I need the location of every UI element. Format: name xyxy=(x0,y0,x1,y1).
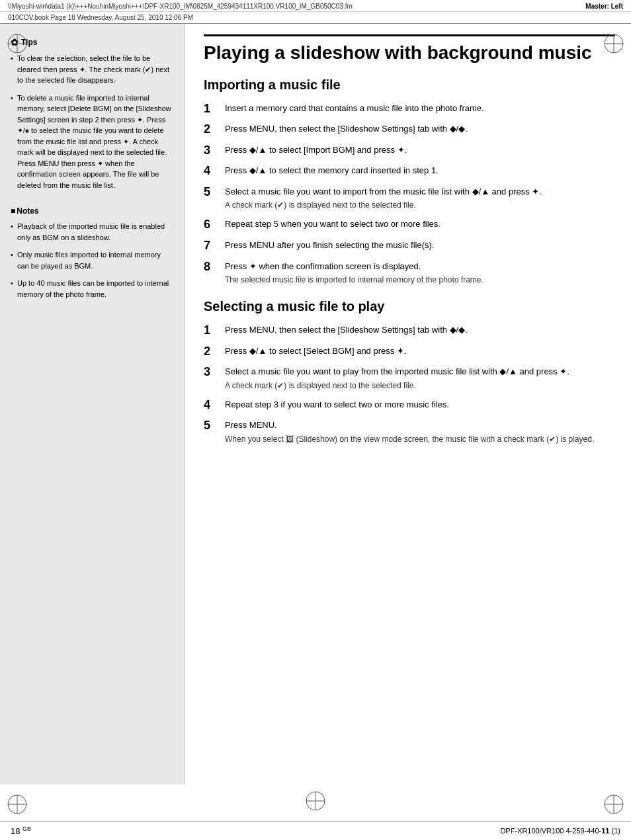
step-1-6: 6 Repeat step 5 when you want to select … xyxy=(204,218,615,232)
step-content: Press ◆/▲ to select [Import BGM] and pre… xyxy=(225,144,615,158)
notes-title: ■ Notes xyxy=(11,206,174,216)
step-content: Press MENU. When you select 🖼 (Slideshow… xyxy=(225,419,615,445)
step-text: Insert a memory card that contains a mus… xyxy=(225,103,484,113)
step-content: Select a music file you want to play fro… xyxy=(225,365,615,392)
corner-mark-tr xyxy=(602,32,626,56)
step-2-1: 1 Press MENU, then select the [Slideshow… xyxy=(204,323,615,338)
step-num: 3 xyxy=(204,144,218,158)
step-sub: When you select 🖼 (Slideshow) on the vie… xyxy=(225,433,615,445)
section1-steps: 1 Insert a memory card that contains a m… xyxy=(204,102,615,286)
note-item-1: Playback of the imported music file is e… xyxy=(11,221,174,243)
step-1-2: 2 Press MENU, then select the [Slideshow… xyxy=(204,122,615,137)
step-content: Press ◆/▲ to select [Select BGM] and pre… xyxy=(225,345,615,359)
step-num: 8 xyxy=(204,260,218,286)
step-num: 7 xyxy=(204,239,218,253)
step-text: Press MENU, then select the [Slideshow S… xyxy=(225,124,468,134)
section2-steps: 1 Press MENU, then select the [Slideshow… xyxy=(204,323,615,445)
step-num: 4 xyxy=(204,398,218,413)
step-num: 1 xyxy=(204,102,218,116)
step-1-8: 8 Press ✦ when the confirmation screen i… xyxy=(204,260,615,286)
corner-mark-br xyxy=(602,792,626,816)
step-sub: A check mark (✔) is displayed next to th… xyxy=(225,199,615,211)
page-title: Playing a slideshow with background musi… xyxy=(204,34,615,64)
footer-product: DPF-XR100/VR100 4-259-440-11 (1) xyxy=(500,827,620,835)
step-num: 5 xyxy=(204,419,218,445)
tips-title: ✿ Tips xyxy=(11,37,174,48)
step-text: Select a music file you want to import f… xyxy=(225,187,542,196)
book-info: 010COV.book Page 18 Wednesday, August 25… xyxy=(0,12,631,24)
step-text: Press MENU. xyxy=(225,420,277,430)
main-content: ✿ Tips To clear the selection, select th… xyxy=(0,24,631,784)
step-content: Repeat step 3 if you want to select two … xyxy=(225,398,615,413)
step-text: Repeat step 3 if you want to select two … xyxy=(225,399,449,409)
step-num: 5 xyxy=(204,185,218,212)
step-num: 6 xyxy=(204,218,218,232)
step-2-4: 4 Repeat step 3 if you want to select tw… xyxy=(204,398,615,413)
step-content: Insert a memory card that contains a mus… xyxy=(225,102,615,116)
step-1-4: 4 Press ◆/▲ to select the memory card in… xyxy=(204,164,615,179)
step-text: Press MENU, then select the [Slideshow S… xyxy=(225,325,468,335)
page-footer: 18 GB DPF-XR100/VR100 4-259-440-11 (1) xyxy=(0,821,631,840)
step-1-1: 1 Insert a memory card that contains a m… xyxy=(204,102,615,116)
step-text: Press ◆/▲ to select the memory card inse… xyxy=(225,165,439,175)
page-header: \\Miyoshi-win\data1 (k)\+++NouhinMiyoshi… xyxy=(0,0,631,12)
footer-page-num: 18 GB xyxy=(11,825,31,836)
step-sub: The selected music file is imported to i… xyxy=(225,274,615,286)
step-1-7: 7 Press MENU after you finish selecting … xyxy=(204,239,615,253)
tips-section: ✿ Tips To clear the selection, select th… xyxy=(11,37,174,190)
note-item-3: Up to 40 music files can be imported to … xyxy=(11,278,174,300)
step-content: Repeat step 5 when you want to select tw… xyxy=(225,218,615,232)
step-content: Press ✦ when the confirmation screen is … xyxy=(225,260,615,286)
header-path: \\Miyoshi-win\data1 (k)\+++NouhinMiyoshi… xyxy=(8,3,353,10)
step-num: 2 xyxy=(204,345,218,359)
tips-list: To clear the selection, select the file … xyxy=(11,53,174,190)
corner-mark-bl xyxy=(5,792,29,816)
step-content: Press MENU, then select the [Slideshow S… xyxy=(225,122,615,137)
step-text: Repeat step 5 when you want to select tw… xyxy=(225,219,441,229)
step-num: 2 xyxy=(204,122,218,137)
step-text: Press ✦ when the confirmation screen is … xyxy=(225,261,421,271)
step-2-2: 2 Press ◆/▲ to select [Select BGM] and p… xyxy=(204,345,615,359)
step-num: 3 xyxy=(204,365,218,392)
main-body: Playing a slideshow with background musi… xyxy=(185,24,631,784)
step-sub: A check mark (✔) is displayed next to th… xyxy=(225,380,615,392)
notes-label: Notes xyxy=(17,206,38,216)
step-text: Select a music file you want to play fro… xyxy=(225,366,569,376)
step-text: Press ◆/▲ to select [Select BGM] and pre… xyxy=(225,346,406,356)
tip-item-1: To clear the selection, select the file … xyxy=(11,53,174,86)
step-content: Press ◆/▲ to select the memory card inse… xyxy=(225,164,615,179)
step-content: Select a music file you want to import f… xyxy=(225,185,615,212)
step-content: Press MENU after you finish selecting th… xyxy=(225,239,615,253)
step-2-3: 3 Select a music file you want to play f… xyxy=(204,365,615,392)
section1-title: Importing a music file xyxy=(204,77,615,93)
notes-section: ■ Notes Playback of the imported music f… xyxy=(11,206,174,300)
step-1-5: 5 Select a music file you want to import… xyxy=(204,185,615,212)
step-text: Press MENU after you finish selecting th… xyxy=(225,240,434,250)
header-master: Master: Left xyxy=(585,3,623,10)
sidebar: ✿ Tips To clear the selection, select th… xyxy=(0,24,185,784)
tip-item-2: To delete a music file imported to inter… xyxy=(11,93,174,191)
notes-list: Playback of the imported music file is e… xyxy=(11,221,174,300)
step-1-3: 3 Press ◆/▲ to select [Import BGM] and p… xyxy=(204,144,615,158)
step-num: 1 xyxy=(204,323,218,338)
corner-mark-tl xyxy=(5,32,29,56)
note-item-2: Only music files imported to internal me… xyxy=(11,249,174,271)
notes-icon: ■ xyxy=(11,206,15,216)
section2-title: Selecting a music file to play xyxy=(204,299,615,314)
center-bottom-mark xyxy=(304,789,327,815)
step-text: Press ◆/▲ to select [Import BGM] and pre… xyxy=(225,145,407,155)
step-2-5: 5 Press MENU. When you select 🖼 (Slidesh… xyxy=(204,419,615,445)
step-content: Press MENU, then select the [Slideshow S… xyxy=(225,323,615,338)
step-num: 4 xyxy=(204,164,218,179)
